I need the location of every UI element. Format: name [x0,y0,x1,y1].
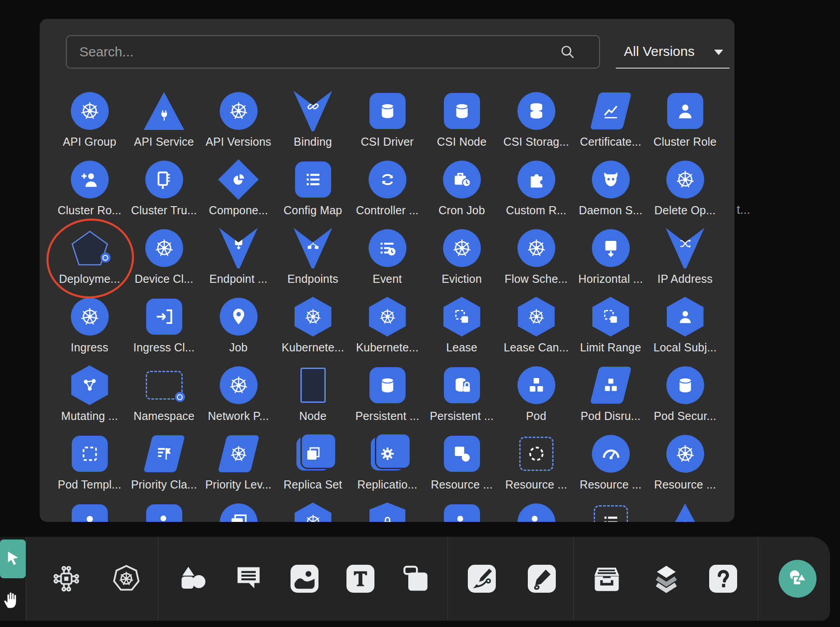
library-item[interactable]: Pod [499,364,573,433]
library-item[interactable] [350,502,425,522]
library-item[interactable] [52,502,127,522]
library-item[interactable]: Deployme... [52,227,127,296]
item-label: IP Address [657,272,712,286]
library-item[interactable]: CSI Node [425,90,499,159]
library-item[interactable]: CSI Storag... [499,90,573,159]
item-label: Endpoint ... [209,272,268,286]
library-item[interactable]: API Versions [201,90,276,159]
item-label: Endpoints [287,272,338,286]
library-item[interactable]: Persistent ... [425,364,499,433]
library-item[interactable]: Cluster Tru... [127,159,201,227]
text-tool[interactable] [346,565,374,593]
library-item[interactable] [425,502,499,522]
pen-tool[interactable] [468,565,496,593]
library-item[interactable]: Binding [276,90,350,159]
library-item[interactable]: Replica Set [276,433,350,502]
library-item[interactable]: Eviction [425,227,499,296]
library-item[interactable]: Resource ... [648,433,722,502]
library-item[interactable]: Resource ... [573,433,648,502]
library-item[interactable] [201,502,276,522]
library-item[interactable]: Ingress Cl... [127,296,201,364]
item-iconbox [648,227,722,269]
library-item[interactable]: Flow Sche... [499,227,573,296]
item-iconbox [52,90,127,132]
library-item[interactable]: Lease Can... [499,296,573,364]
library-item[interactable]: Horizontal ... [573,227,648,296]
library-item[interactable] [573,502,648,522]
cursor-icon [4,550,22,568]
select-tool[interactable] [0,539,26,578]
library-item[interactable]: Cluster Ro... [52,159,127,227]
library-item[interactable]: Endpoints [276,227,350,296]
version-filter-dropdown[interactable]: All Versions [616,35,729,69]
search-icon[interactable] [559,44,576,60]
library-item[interactable]: CSI Driver [350,90,425,159]
library-item[interactable]: Node [276,364,350,433]
hand-tool[interactable] [1,586,23,613]
library-item[interactable] [499,502,573,522]
library-item[interactable]: Persistent ... [350,364,425,433]
help-tool[interactable] [709,565,737,593]
item-iconbox [573,90,648,132]
library-item[interactable]: Limit Range [573,296,648,364]
listClock-icon [369,229,406,267]
search-input[interactable] [67,36,559,68]
library-item[interactable]: Lease [425,296,499,364]
gauge-icon [592,435,630,473]
library-item[interactable]: Resource ... [425,433,499,502]
item-iconbox [276,296,350,337]
kubernetes-library-tool[interactable] [111,563,142,594]
shape-library-tool[interactable] [779,560,817,598]
item-label: Flow Sche... [505,272,568,286]
library-item[interactable]: Pod Disru... [573,364,648,433]
library-item[interactable]: Resource ... [499,433,573,502]
library-item[interactable]: Mutating ... [52,364,127,433]
item-iconbox [276,227,350,269]
library-item[interactable]: Pod Templ... [52,433,127,502]
library-item[interactable]: Cron Job [425,159,499,227]
library-item[interactable]: Controller ... [350,159,425,227]
library-item[interactable]: Custom R... [499,159,573,227]
library-item[interactable]: Pod Secur... [648,364,722,433]
lock-icon [369,503,406,522]
layers-tool[interactable] [651,563,682,594]
badge-icon [101,253,111,263]
flagLines-icon [143,435,185,472]
text-icon [346,565,374,593]
library-item[interactable]: Priority Cla... [127,433,201,502]
library-item[interactable]: Kubernete... [350,296,425,364]
copies-icon [296,437,330,470]
shapes-tool[interactable] [177,563,208,594]
library-item[interactable]: Compone... [201,159,276,227]
library-item[interactable]: Replicatio... [350,433,425,502]
comment-tool[interactable] [233,563,264,594]
library-item[interactable]: API Service [127,90,201,159]
item-label: Lease Can... [503,341,568,354]
item-label: Cluster Ro... [58,204,122,217]
note-tool[interactable] [401,563,431,594]
library-item[interactable] [276,502,350,522]
library-item[interactable]: Daemon S... [573,159,648,227]
archive-tool[interactable] [591,563,622,594]
library-item[interactable]: Namespace [127,364,201,433]
library-item[interactable]: Cluster Role [648,90,722,159]
library-item[interactable]: Kubernete... [276,296,350,364]
library-item[interactable]: Network P... [201,364,276,433]
library-item[interactable] [648,502,722,522]
draw-tool[interactable] [528,565,556,593]
schema-tool[interactable] [51,563,82,594]
library-item[interactable]: Ingress [52,296,127,364]
library-item[interactable]: IP Address [648,227,722,296]
library-item[interactable]: Delete Op... [648,159,722,227]
library-item[interactable]: Config Map [276,159,350,227]
library-item[interactable]: Certificate... [573,90,648,159]
library-item[interactable]: Job [201,296,276,364]
library-item[interactable] [127,502,201,522]
library-item[interactable]: Event [350,227,425,296]
library-item[interactable]: Priority Lev... [201,433,276,502]
library-item[interactable]: Local Subj... [648,296,722,364]
library-item[interactable]: Device Cl... [127,227,201,296]
image-tool[interactable] [291,565,318,593]
library-item[interactable]: API Group [52,90,127,159]
library-item[interactable]: Endpoint ... [201,227,276,296]
